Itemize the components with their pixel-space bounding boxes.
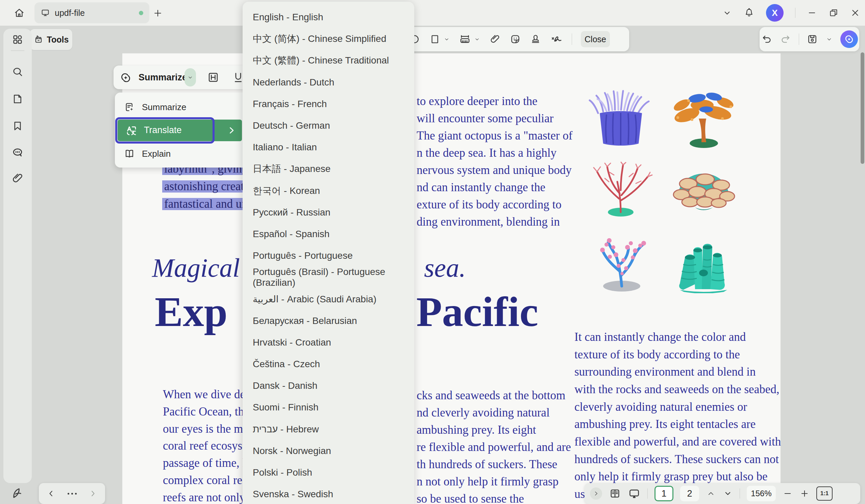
tools-button[interactable]: Tools: [30, 29, 72, 50]
prev-page-button[interactable]: [46, 489, 56, 498]
language-option-korean[interactable]: 한국어 - Korean: [243, 180, 414, 202]
highlight-style-icon[interactable]: [207, 71, 220, 84]
bookmarks-panel-icon[interactable]: [11, 120, 24, 132]
ai-assistant-button[interactable]: [840, 31, 858, 48]
language-option-portuguese[interactable]: Português - Portuguese: [243, 245, 414, 267]
language-option-russian[interactable]: Русский - Russian: [243, 202, 414, 223]
comments-panel-icon[interactable]: [11, 146, 24, 159]
attachments-panel-icon[interactable]: [11, 172, 24, 185]
submenu-chevron-right-icon: [226, 125, 237, 136]
stamp-tool-icon[interactable]: [530, 33, 541, 45]
sticker-tool-icon[interactable]: [509, 33, 521, 45]
language-option-german[interactable]: Deutsch - German: [243, 115, 414, 137]
language-option-danish[interactable]: Dansk - Danish: [243, 375, 414, 397]
language-option-norwegian[interactable]: Norsk - Norwegian: [243, 440, 414, 462]
doc-text-line: us: [574, 488, 585, 501]
summarize-quick-button[interactable]: Summarize: [139, 72, 187, 83]
doc-text-line: nd cleverly avoiding natural: [417, 406, 550, 420]
scroll-up-icon[interactable]: [706, 489, 716, 499]
language-option-portuguese-brazilian[interactable]: Português (Brasil) - Portuguese (Brazili…: [243, 267, 414, 288]
summarize-menu-label: Summarize: [142, 102, 186, 113]
home-button[interactable]: [10, 3, 29, 22]
doc-text-line: will encounter some peculiar: [417, 112, 553, 125]
scroll-down-icon[interactable]: [723, 489, 733, 499]
doc-text-line: re flexible and powerful, and are: [417, 441, 571, 454]
history-save-toolbar: [760, 27, 859, 51]
doc-text-line: th hundreds of suckers. These: [417, 458, 557, 471]
notifications-button[interactable]: [744, 8, 754, 18]
page-nav-pill: [39, 483, 105, 504]
save-options-chevron-icon[interactable]: [826, 35, 833, 43]
coral-anemone-image: [588, 86, 654, 149]
close-window-button[interactable]: [850, 8, 860, 18]
language-option-polish[interactable]: Polski - Polish: [243, 462, 414, 483]
tab-title: updf-file: [55, 8, 85, 18]
language-option-spanish[interactable]: Español - Spanish: [243, 223, 414, 245]
redo-icon[interactable]: [780, 33, 791, 45]
floating-ai-toolbar: Summarize: [114, 66, 259, 89]
sign-pen-tool-icon[interactable]: [10, 487, 24, 500]
translate-language-submenu: English - English 中文 (简体) - Chinese Simp…: [243, 2, 414, 504]
language-option-hebrew[interactable]: עברית - Hebrew: [243, 419, 414, 440]
language-option-dutch[interactable]: Nederlands - Dutch: [243, 72, 414, 93]
language-option-chinese-traditional[interactable]: 中文 (繁體) - Chinese Traditional: [243, 50, 414, 71]
user-avatar[interactable]: X: [766, 4, 784, 22]
language-option-belarusian[interactable]: Беларуская - Belarusian: [243, 310, 414, 332]
page-button-1[interactable]: 1: [655, 486, 673, 501]
language-option-french[interactable]: Français - French: [243, 93, 414, 115]
thumbnails-panel-icon[interactable]: [11, 33, 24, 46]
actual-size-label: 1:1: [820, 490, 829, 497]
new-tab-button[interactable]: [152, 8, 163, 19]
presentation-mode-icon[interactable]: [628, 487, 641, 500]
zoom-level-button[interactable]: 156%: [747, 486, 776, 501]
undo-icon[interactable]: [761, 33, 772, 45]
language-option-croatian[interactable]: Hrvatski - Croatian: [243, 332, 414, 353]
doc-text-line: with the rocks and seaweeds on the seabe…: [574, 383, 779, 396]
pages-panel-icon[interactable]: [11, 93, 24, 105]
language-option-japanese[interactable]: 日本語 - Japanese: [243, 158, 414, 180]
doc-subtitle-fragment: Magical: [152, 253, 240, 283]
language-option-arabic[interactable]: العربية - Arabic (Saudi Arabia): [243, 288, 414, 310]
language-option-swedish[interactable]: Svenska - Swedish: [243, 483, 414, 504]
next-page-button[interactable]: [88, 489, 97, 498]
language-option-italian[interactable]: Italiano - Italian: [243, 137, 414, 158]
unsaved-indicator-dot: [139, 11, 143, 15]
language-option-finnish[interactable]: Suomi - Finnish: [243, 397, 414, 418]
zoom-in-button[interactable]: [799, 489, 810, 499]
footer-divider: [647, 489, 648, 499]
page-button-2[interactable]: 2: [680, 486, 699, 501]
language-option-english[interactable]: English - English: [243, 7, 414, 28]
language-option-czech[interactable]: Čeština - Czech: [243, 353, 414, 375]
explain-book-icon: [124, 148, 135, 160]
page-layout-icon[interactable]: [609, 488, 621, 500]
more-pages-button[interactable]: [68, 493, 77, 494]
coral-fan-image: [589, 162, 655, 217]
language-option-chinese-simplified[interactable]: 中文 (简体) - Chinese Simplified: [243, 28, 414, 50]
menu-item-explain[interactable]: Explain: [115, 144, 257, 164]
expand-bar-button[interactable]: [590, 488, 602, 500]
attachment-tool-icon[interactable]: [489, 33, 501, 45]
doc-text-line: surrounding environment and blend in: [574, 365, 756, 379]
restore-button[interactable]: [829, 8, 839, 18]
doc-text-line: nervous system and unique body: [417, 164, 572, 177]
actual-size-button[interactable]: 1:1: [816, 487, 833, 501]
signature-tool-icon[interactable]: [550, 33, 563, 46]
menu-item-summarize[interactable]: Summarize: [115, 97, 257, 117]
translate-focus-ring: [115, 117, 215, 143]
minimize-button[interactable]: [807, 8, 817, 18]
tools-label: Tools: [47, 35, 69, 45]
collapse-toolbar-button[interactable]: [722, 8, 732, 18]
zoom-out-button[interactable]: [783, 489, 793, 499]
vertical-scrollbar-thumb[interactable]: [861, 52, 864, 164]
measure-tool-icon[interactable]: [459, 33, 481, 45]
search-panel-icon[interactable]: [11, 66, 24, 78]
tools-box-icon: [33, 34, 44, 45]
doc-text-line: nd can instantly change the: [417, 181, 545, 194]
rectangle-shape-icon[interactable]: [429, 33, 450, 45]
sidebar-divider: [11, 50, 24, 51]
close-document-button[interactable]: Close: [581, 31, 610, 47]
save-icon[interactable]: [807, 33, 818, 45]
doc-text-line: only help it firmly grasp prey but also …: [574, 470, 768, 483]
document-tab[interactable]: updf-file: [34, 2, 149, 23]
summarize-options-button[interactable]: [184, 68, 196, 86]
